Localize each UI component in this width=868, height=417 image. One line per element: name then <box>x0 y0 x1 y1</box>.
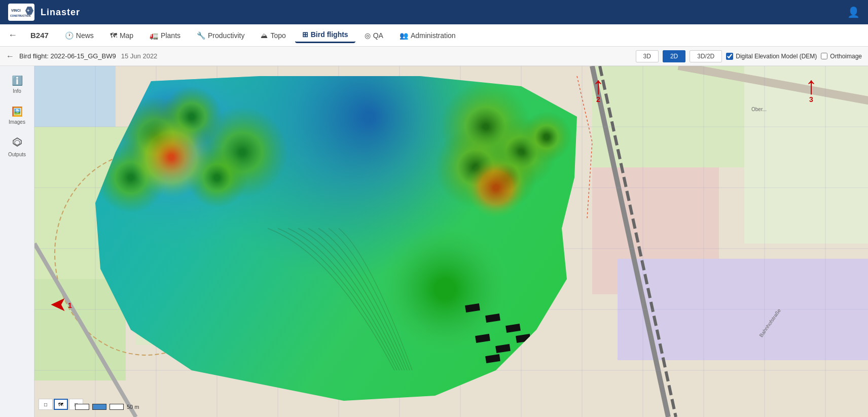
nav-label-map: Map <box>120 31 133 40</box>
logo-area: VINCI CONSTRUCTION + Linaster <box>8 4 80 21</box>
dem-toggle-area: Digital Elevation Model (DEM) <box>726 53 817 60</box>
flight-date: 15 Jun 2022 <box>121 52 158 60</box>
sidebar-item-outputs[interactable]: Outputs <box>2 133 32 161</box>
annotation-arrow-1: ➤ 1 <box>50 295 72 316</box>
svg-marker-6 <box>15 140 20 145</box>
arrow-up-icon-3: ↑ <box>805 76 817 95</box>
scale-segment-2 <box>92 404 106 410</box>
info-icon: ℹ️ <box>12 75 23 86</box>
view-3d-button[interactable]: 3D <box>636 50 659 62</box>
arrow-left-icon: ➤ <box>50 295 67 316</box>
annotation-arrow-3: ↑ 3 <box>805 76 817 103</box>
bird-flights-icon: ⊞ <box>302 30 308 39</box>
user-profile-icon[interactable]: 👤 <box>847 6 860 18</box>
nav-item-news[interactable]: 🕐 News <box>58 28 101 43</box>
road-label-oberstrasse: Ober... <box>751 107 767 112</box>
sidebar-label-images: Images <box>9 119 25 125</box>
nav-item-qa[interactable]: ◎ QA <box>357 28 390 43</box>
left-sidebar: ℹ️ Info 🖼️ Images Outputs <box>0 66 34 417</box>
annotation-arrow-2: ↑ 2 <box>592 76 604 103</box>
svg-text:VINCI: VINCI <box>11 9 21 12</box>
map-canvas <box>34 66 868 417</box>
nav-item-bird-flights[interactable]: ⊞ Bird flights <box>295 27 355 43</box>
scale-bar: 50 m <box>75 404 139 410</box>
app-title: Linaster <box>41 7 80 18</box>
flight-name: Bird flight: 2022-06-15_GG_BW9 <box>19 52 116 60</box>
nav-project: B247 <box>23 28 56 43</box>
view-controls: 3D 2D 3D/2D Digital Elevation Model (DEM… <box>636 50 862 62</box>
view-3d2d-button[interactable]: 3D/2D <box>690 50 722 62</box>
scale-segment-3 <box>110 404 124 410</box>
app-header: VINCI CONSTRUCTION + Linaster 👤 <box>0 0 868 24</box>
news-icon: 🕐 <box>65 31 74 40</box>
sidebar-item-info[interactable]: ℹ️ Info <box>2 71 32 98</box>
images-icon: 🖼️ <box>12 106 23 117</box>
map-type-plain[interactable]: □ <box>39 399 53 410</box>
vinci-logo: VINCI CONSTRUCTION + <box>8 4 34 21</box>
main-content: ℹ️ Info 🖼️ Images Outputs □ 🗺 □ <box>0 66 868 417</box>
nav-label-administration: Administration <box>411 31 456 40</box>
nav-back-button[interactable]: ← <box>4 28 21 43</box>
map-container[interactable]: □ 🗺 □ 50 m ➤ 1 ↑ 2 ↑ 3 Bahnhofstraße <box>34 66 868 417</box>
qa-icon: ◎ <box>365 31 371 40</box>
sidebar-label-info: Info <box>13 88 21 94</box>
arrow-3-number: 3 <box>809 95 813 103</box>
plants-icon: 🚛 <box>150 31 158 40</box>
productivity-icon: 🔧 <box>197 31 205 40</box>
nav-item-map[interactable]: 🗺 Map <box>103 28 140 43</box>
sub-back-button[interactable]: ← <box>6 52 14 61</box>
arrow-2-number: 2 <box>596 95 600 103</box>
administration-icon: 👥 <box>400 31 408 40</box>
orthoimage-label[interactable]: Orthoimage <box>830 53 862 60</box>
nav-label-topo: Topo <box>270 31 285 40</box>
arrow-up-icon-2: ↑ <box>592 76 604 95</box>
dem-label[interactable]: Digital Elevation Model (DEM) <box>736 53 817 60</box>
main-navbar: ← B247 🕐 News 🗺 Map 🚛 Plants 🔧 Productiv… <box>0 24 868 47</box>
sidebar-label-outputs: Outputs <box>8 152 26 157</box>
svg-text:+: + <box>27 8 29 13</box>
orthoimage-toggle-area: Orthoimage <box>821 53 862 60</box>
sub-header-left: ← Bird flight: 2022-06-15_GG_BW9 15 Jun … <box>6 52 157 61</box>
nav-label-qa: QA <box>373 31 383 40</box>
orthoimage-checkbox[interactable] <box>821 53 827 59</box>
outputs-icon <box>12 137 22 150</box>
nav-item-productivity[interactable]: 🔧 Productivity <box>190 28 251 43</box>
scale-label: 50 m <box>127 404 139 410</box>
nav-item-plants[interactable]: 🚛 Plants <box>142 28 188 43</box>
view-2d-button[interactable]: 2D <box>663 50 685 62</box>
nav-item-administration[interactable]: 👥 Administration <box>392 28 463 43</box>
scale-segment-1 <box>75 404 89 410</box>
nav-label-plants: Plants <box>161 31 180 40</box>
nav-label-bird-flights: Bird flights <box>311 30 348 39</box>
map-type-map[interactable]: 🗺 <box>54 399 68 410</box>
topo-icon: ⛰ <box>261 31 268 40</box>
map-icon: 🗺 <box>110 31 117 40</box>
arrow-1-number: 1 <box>68 301 72 309</box>
nav-item-topo[interactable]: ⛰ Topo <box>254 28 293 43</box>
sidebar-item-images[interactable]: 🖼️ Images <box>2 102 32 129</box>
nav-label-productivity: Productivity <box>208 31 244 40</box>
nav-label-news: News <box>76 31 94 40</box>
sub-header: ← Bird flight: 2022-06-15_GG_BW9 15 Jun … <box>0 47 868 66</box>
dem-checkbox[interactable] <box>726 53 733 60</box>
